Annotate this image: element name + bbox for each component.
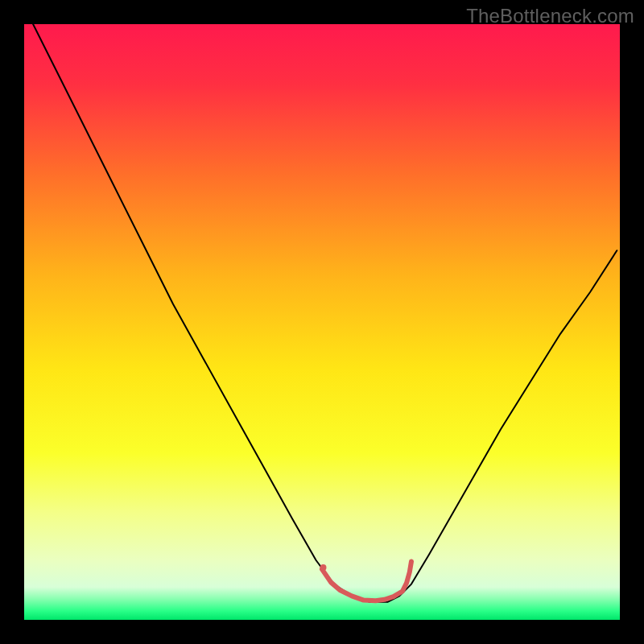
chart-svg — [24, 24, 620, 620]
gradient-background — [24, 24, 620, 620]
chart-container: TheBottleneck.com — [0, 0, 644, 644]
watermark-text: TheBottleneck.com — [466, 5, 634, 27]
optimal-start-dot — [320, 564, 326, 571]
plot-area — [24, 24, 620, 620]
